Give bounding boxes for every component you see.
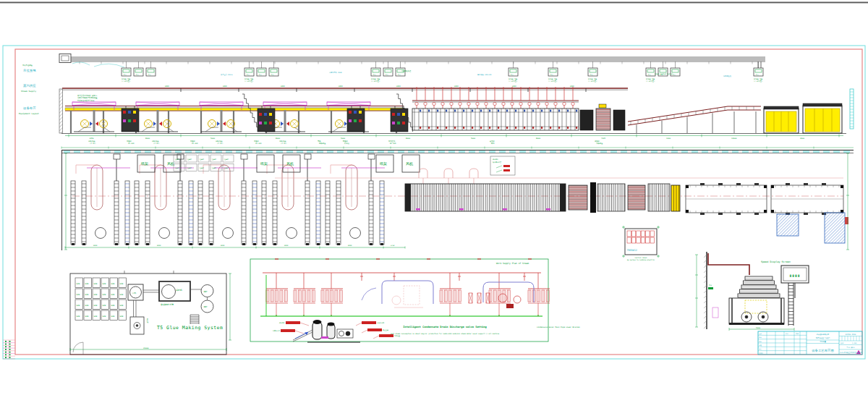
steam-plan-title: Work Supply Plan of Steam: [496, 262, 529, 265]
svg-text:风机: 风机: [167, 161, 174, 166]
svg-text:SF-320: SF-320: [255, 143, 262, 145]
glue-system-title: T5 Glue Making System: [157, 325, 223, 331]
svg-text:冷凝水管随蒸汽管同向布置: 冷凝水管随蒸汽管同向布置: [77, 96, 98, 99]
svg-text:回水: 回水: [709, 284, 712, 287]
callouts: 疏水阀组冷凝水入口自动排水阀液位控制回收装置: [273, 321, 400, 339]
speed-screen-value: 8888: [789, 274, 800, 278]
svg-text:蒸汽主管 DN125: 蒸汽主管 DN125: [221, 73, 233, 76]
pallet-stacks: [777, 213, 848, 243]
svg-text:吊挂输送轨道: 吊挂输送轨道: [401, 70, 412, 72]
svg-text:控制柜: 控制柜: [224, 158, 229, 161]
equipment-layout-en: Equipment Layout: [19, 112, 39, 115]
svg-text:标准化: 标准化: [759, 352, 763, 355]
svg-text:8000: 8000: [165, 85, 169, 88]
svg-text:疏水阀组: 疏水阀组: [493, 158, 498, 161]
svg-text:5000: 5000: [341, 137, 346, 140]
svg-text:淀粉: 淀粉: [103, 315, 106, 318]
svg-text:设计: 设计: [759, 333, 762, 335]
svg-text:淀粉: 淀粉: [77, 315, 80, 318]
hanging-label: 吊挂系统: [23, 69, 36, 73]
svg-text:2350: 2350: [90, 137, 95, 140]
svg-text:(7.5t吊重): (7.5t吊重): [122, 80, 130, 82]
svg-text:8000: 8000: [570, 85, 574, 88]
svg-text:控制柜: 控制柜: [175, 158, 179, 161]
svg-text:NC-320: NC-320: [390, 143, 396, 145]
plan-view: 纸架风机纸架风机纸架风机控制柜控制柜控制柜控制柜控制柜控制柜控制柜控制柜控制柜控…: [61, 147, 854, 258]
svg-text:淀粉: 淀粉: [85, 282, 89, 285]
svg-text:淀粉: 淀粉: [85, 293, 89, 296]
condensate-note: Condensate Water Main Pipe Lower Bracket: [537, 326, 581, 328]
svg-text:淀粉: 淀粉: [94, 293, 98, 296]
svg-text:淀粉: 淀粉: [77, 293, 80, 296]
svg-text:8000: 8000: [276, 137, 281, 140]
svg-text:13000: 13000: [731, 137, 737, 140]
cad-drawing: 吊点吊点吊点原纸架 纸卷(7.5t吊重)吊点吊点吊点原纸架 纸卷(7.5t吊重)…: [0, 0, 868, 403]
overhead-rail: [59, 54, 765, 69]
corrugator-band: [405, 182, 680, 213]
svg-text:8000: 8000: [454, 85, 459, 88]
svg-text:7425: 7425: [601, 137, 606, 140]
stackers: [764, 103, 842, 133]
svg-text:SF-320: SF-320: [128, 143, 135, 145]
svg-text:控制柜: 控制柜: [224, 167, 229, 169]
svg-text:21000: 21000: [143, 347, 149, 349]
svg-text:淀粉: 淀粉: [85, 304, 89, 307]
svg-text:淀粉: 淀粉: [77, 304, 80, 307]
svg-text:淀粉: 淀粉: [111, 282, 115, 285]
svg-text:审核: 审核: [759, 344, 762, 347]
svg-text:接冷凝水总管: 接冷凝水总管: [493, 161, 501, 164]
svg-text:4750: 4750: [391, 245, 395, 247]
equipment-layout-zh: 设备布置: [23, 106, 36, 110]
svg-text:储胶: 储胶: [204, 305, 208, 308]
svg-text:比例: 比例: [841, 342, 843, 344]
svg-text:淀粉: 淀粉: [103, 304, 106, 307]
ramp-conveyor: [628, 106, 761, 133]
logo-text: MG: [856, 352, 858, 355]
glue-making-system: 淀粉淀粉淀粉淀粉淀粉淀粉淀粉淀粉淀粉淀粉淀粉淀粉淀粉淀粉淀粉淀粉淀粉淀粉淀粉淀粉…: [70, 271, 231, 355]
hanging-note: 单轨吊挂输送: [22, 64, 33, 67]
svg-text:纸架: 纸架: [380, 161, 387, 166]
svg-text:淀粉: 淀粉: [120, 304, 124, 307]
svg-text:日期: 日期: [796, 333, 799, 335]
svg-text:(7.5t吊重): (7.5t吊重): [588, 80, 597, 82]
svg-text:烘干段: 烘干段: [344, 143, 350, 145]
elevation-view: 吊点吊点吊点原纸架 纸卷(7.5t吊重)吊点吊点吊点原纸架 纸卷(7.5t吊重)…: [59, 54, 854, 145]
svg-text:(7.5t吊重): (7.5t吊重): [548, 80, 557, 82]
left-row-labels: 单轨吊挂输送 吊挂系统 蒸汽供应 Steam Supply 设备布置 Equip…: [19, 64, 39, 115]
svg-text:断切: 断切: [491, 143, 495, 145]
svg-text:淀粉: 淀粉: [85, 315, 89, 318]
svg-text:1200: 1200: [666, 137, 671, 140]
svg-text:下桥输送: 下桥输送: [596, 143, 603, 145]
svg-text:8000: 8000: [93, 245, 98, 247]
svg-text:纸架: 纸架: [141, 161, 148, 166]
ghost-unit: [392, 286, 423, 307]
elevation-dims: 2350800050008000500080005000800074251200…: [61, 134, 846, 145]
condensate-station: 疏水阀组冷凝水入口自动排水阀液位控制回收装置: [273, 320, 400, 342]
svg-text:(7.5t): (7.5t): [281, 143, 286, 145]
svg-text:控制柜: 控制柜: [175, 167, 179, 169]
svg-text:校对: 校对: [759, 341, 762, 343]
svg-text:输送泵: 输送泵: [146, 318, 148, 323]
double-facer-drying: [412, 87, 579, 130]
conveyor-tables: [686, 183, 843, 215]
drawing-content: 吊点吊点吊点原纸架 纸卷(7.5t吊重)吊点吊点吊点原纸架 纸卷(7.5t吊重)…: [3, 54, 862, 359]
svg-text:淀粉: 淀粉: [111, 304, 115, 307]
svg-text:控制柜: 控制柜: [187, 158, 192, 161]
steam-header: 80008000800080008000800080008000蒸汽主管沿墙敷设…: [62, 85, 628, 102]
sheet-note: 共1张 第1张: [846, 347, 855, 349]
svg-text:控制柜: 控制柜: [212, 158, 216, 161]
steam-supply-zh: 蒸汽供应: [23, 84, 36, 88]
svg-text:(7.5t): (7.5t): [153, 143, 159, 145]
svg-text:淀粉: 淀粉: [103, 293, 106, 296]
svg-text:风机: 风机: [406, 161, 413, 166]
company-line1: 机械设备有限公司: [817, 333, 830, 336]
svg-text:疏水阀组: 疏水阀组: [279, 322, 285, 324]
plan-piping: [275, 169, 843, 184]
svg-text:电缆桥架 300×100: 电缆桥架 300×100: [477, 74, 492, 76]
svg-text:储胶: 储胶: [204, 290, 208, 293]
svg-text:8000: 8000: [281, 85, 285, 88]
mill-roll-stands-elev: [72, 102, 370, 132]
svg-text:淀粉: 淀粉: [103, 282, 106, 285]
speed-display-label: Speed Display Screen: [761, 260, 791, 263]
svg-text:回收装置: 回收装置: [394, 334, 400, 337]
